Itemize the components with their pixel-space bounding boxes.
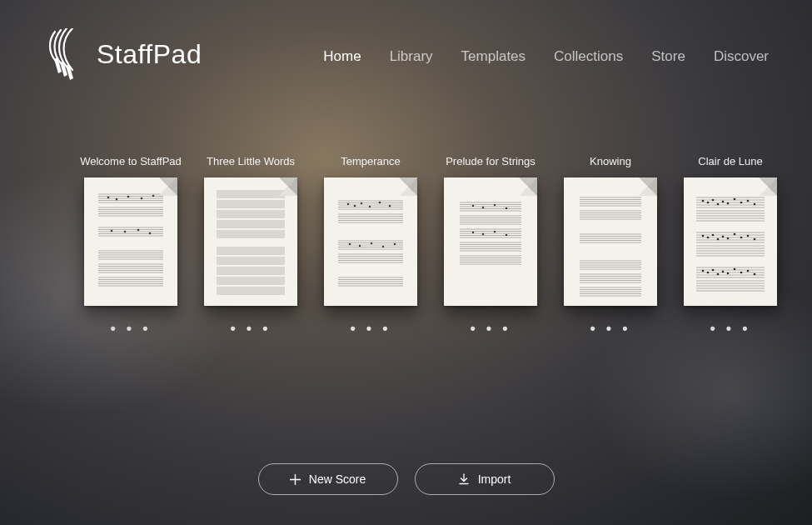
nav-library[interactable]: Library — [390, 48, 433, 65]
score-title: Prelude for Strings — [446, 155, 536, 168]
svg-point-234 — [717, 238, 720, 241]
svg-point-230 — [754, 203, 756, 206]
svg-point-227 — [734, 198, 736, 201]
svg-point-125 — [371, 242, 372, 244]
score-more-button[interactable]: • • • — [590, 321, 631, 336]
svg-point-154 — [482, 207, 484, 208]
nav-collections[interactable]: Collections — [554, 48, 623, 65]
svg-point-156 — [506, 208, 507, 209]
svg-point-153 — [472, 205, 474, 207]
svg-point-40 — [137, 229, 140, 232]
score-title: Clair de Lune — [698, 155, 762, 168]
svg-point-243 — [712, 269, 715, 272]
score-more-button[interactable]: • • • — [231, 321, 271, 336]
svg-point-223 — [712, 199, 715, 202]
brand-name: StaffPad — [97, 39, 202, 70]
import-label: Import — [478, 472, 511, 486]
staffpad-logo-icon — [43, 28, 87, 80]
svg-point-157 — [472, 232, 474, 233]
svg-marker-2 — [66, 64, 73, 80]
score-grid: Welcome to StaffPad • • • Three Littl — [0, 80, 812, 336]
svg-marker-1 — [60, 61, 67, 77]
score-thumbnail[interactable] — [84, 178, 177, 306]
score-more-button[interactable]: • • • — [351, 321, 391, 336]
nav-home[interactable]: Home — [323, 48, 361, 65]
svg-point-238 — [740, 237, 743, 239]
svg-point-231 — [702, 235, 705, 238]
svg-point-240 — [754, 238, 756, 241]
svg-point-242 — [707, 272, 710, 274]
svg-point-250 — [754, 273, 756, 276]
svg-point-120 — [369, 206, 371, 208]
score-title: Three Little Words — [207, 155, 295, 168]
svg-point-41 — [149, 232, 152, 235]
svg-point-34 — [116, 198, 118, 201]
score-title: Temperance — [341, 155, 401, 168]
svg-point-122 — [389, 205, 391, 207]
nav-store[interactable]: Store — [651, 48, 685, 65]
download-icon — [458, 473, 470, 485]
score-more-button[interactable]: • • • — [471, 321, 511, 336]
svg-point-226 — [727, 202, 730, 205]
new-score-label: New Score — [309, 472, 366, 486]
svg-point-155 — [494, 204, 496, 206]
svg-point-241 — [702, 270, 705, 272]
svg-point-228 — [740, 202, 743, 204]
svg-point-35 — [127, 196, 130, 198]
plus-icon — [290, 474, 301, 485]
svg-point-244 — [717, 273, 720, 276]
score-thumbnail[interactable] — [684, 178, 777, 306]
main-nav: Home Library Templates Collections Store… — [323, 43, 769, 65]
score-title: Welcome to StaffPad — [80, 155, 182, 168]
svg-point-239 — [747, 235, 750, 238]
score-thumbnail[interactable] — [204, 178, 297, 306]
svg-point-232 — [707, 237, 710, 239]
svg-point-36 — [141, 198, 143, 200]
svg-point-37 — [152, 195, 155, 198]
svg-point-222 — [707, 202, 710, 204]
svg-point-39 — [124, 231, 127, 233]
score-item: Clair de Lune • • • — [681, 155, 780, 336]
bottom-action-bar: New Score Import — [0, 463, 812, 495]
import-button[interactable]: Import — [415, 463, 555, 495]
svg-point-248 — [740, 272, 743, 274]
svg-point-224 — [717, 203, 720, 206]
nav-templates[interactable]: Templates — [461, 48, 526, 65]
svg-point-124 — [359, 245, 361, 247]
score-item: Three Little Words • • • — [202, 155, 300, 336]
svg-point-119 — [361, 202, 362, 204]
svg-marker-0 — [54, 58, 62, 73]
score-thumbnail[interactable] — [564, 178, 657, 306]
score-item: Knowing • • • — [561, 155, 660, 336]
score-item: Welcome to StaffPad • • • — [82, 155, 180, 336]
svg-point-38 — [111, 230, 113, 232]
score-thumbnail[interactable] — [444, 178, 537, 306]
svg-point-247 — [734, 268, 736, 271]
svg-point-118 — [354, 205, 356, 207]
header: StaffPad Home Library Templates Collecti… — [0, 0, 812, 80]
score-thumbnail[interactable] — [324, 178, 417, 306]
svg-point-160 — [506, 234, 507, 236]
svg-point-158 — [482, 233, 484, 235]
svg-point-33 — [107, 197, 110, 199]
svg-point-117 — [347, 203, 349, 205]
svg-point-221 — [702, 200, 705, 202]
svg-point-127 — [394, 243, 396, 245]
svg-point-233 — [712, 234, 715, 237]
score-item: Prelude for Strings • • • — [441, 155, 540, 336]
score-more-button[interactable]: • • • — [111, 321, 152, 336]
svg-point-229 — [747, 200, 750, 202]
svg-point-225 — [722, 201, 725, 203]
svg-point-126 — [382, 246, 384, 248]
score-item: Temperance • • • — [321, 155, 420, 336]
score-more-button[interactable]: • • • — [710, 321, 751, 336]
svg-point-246 — [727, 272, 730, 275]
brand: StaffPad — [43, 28, 202, 80]
svg-point-159 — [494, 231, 496, 232]
new-score-button[interactable]: New Score — [258, 463, 398, 495]
svg-point-237 — [734, 233, 736, 236]
svg-point-235 — [722, 236, 725, 238]
svg-point-249 — [747, 270, 750, 272]
nav-discover[interactable]: Discover — [714, 48, 769, 65]
svg-point-121 — [379, 202, 381, 203]
